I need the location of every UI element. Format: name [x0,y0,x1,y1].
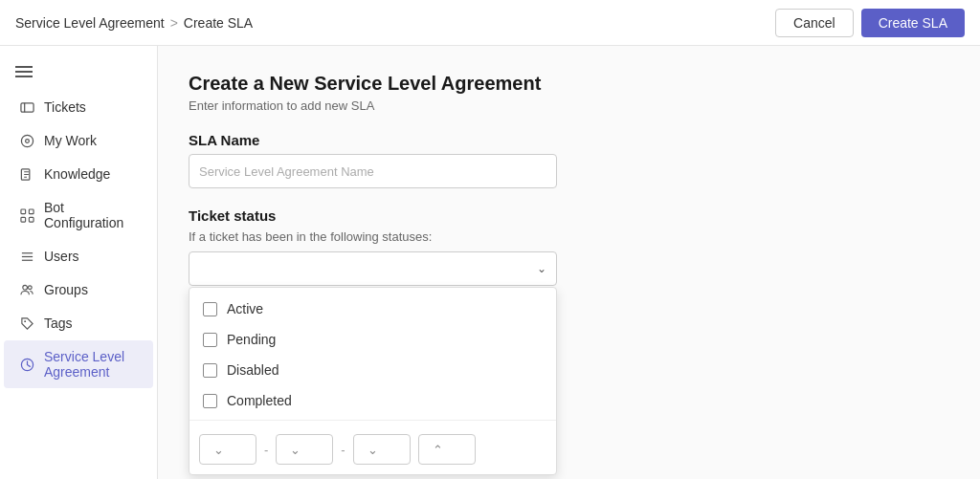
groups-icon [19,282,34,297]
main-layout: Tickets My Work Knowledge Bot Configurat… [0,46,980,479]
chevron-down-icon-2: ⌄ [290,443,301,457]
sidebar-item-tags[interactable]: Tags [4,307,153,339]
time-separator-2: - [341,443,345,457]
sidebar-item-users[interactable]: Users [4,240,153,272]
status-dropdown-container: ⌄ Active Pending Disabled [189,251,557,286]
breadcrumb: Service Level Agreement > Create SLA [15,15,253,31]
ticket-icon [19,99,34,115]
topbar-left: Service Level Agreement > Create SLA [15,15,253,31]
sla-name-label: SLA Name [189,132,949,148]
sidebar-item-my-work-label: My Work [44,133,97,148]
status-option-active[interactable]: Active [189,294,556,324]
chevron-down-icon-1: ⌄ [213,443,224,457]
chevron-down-icon-3: ⌄ [368,443,378,457]
sidebar-item-tickets[interactable]: Tickets [4,91,153,123]
sidebar: Tickets My Work Knowledge Bot Configurat… [0,46,158,479]
bot-configuration-icon [19,207,34,223]
time-dropdown-3[interactable]: ⌄ [353,434,411,465]
sla-icon [19,357,34,372]
svg-rect-7 [20,217,25,222]
sidebar-item-groups-label: Groups [44,282,88,297]
svg-rect-6 [29,208,33,213]
svg-rect-5 [20,208,25,213]
svg-point-12 [22,285,27,290]
topbar: Service Level Agreement > Create SLA Can… [0,0,980,46]
svg-rect-0 [20,102,33,111]
sidebar-item-groups[interactable]: Groups [4,273,153,306]
sidebar-item-knowledge-label: Knowledge [44,166,110,182]
status-option-pending-label: Pending [227,332,276,347]
topbar-actions: Cancel Create SLA [775,9,965,37]
breadcrumb-separator: > [170,15,178,31]
create-sla-button[interactable]: Create SLA [861,9,965,37]
tags-icon [19,316,34,331]
ticket-status-label: Ticket status [189,207,949,224]
sidebar-item-bot-configuration[interactable]: Bot Configuration [4,191,153,239]
sidebar-item-tickets-label: Tickets [44,99,86,115]
breadcrumb-current: Create SLA [184,15,253,31]
svg-point-14 [24,320,26,322]
status-option-completed-label: Completed [227,393,292,408]
time-dropdown-2[interactable]: ⌄ [276,434,333,465]
hamburger-menu[interactable] [0,54,157,90]
cancel-button[interactable]: Cancel [775,9,854,37]
sidebar-item-my-work[interactable]: My Work [4,124,153,157]
sla-name-section: SLA Name [189,132,949,188]
status-dropdown-menu: Active Pending Disabled Completed [189,287,557,475]
svg-point-2 [21,135,33,146]
sidebar-item-bot-configuration-label: Bot Configuration [44,200,138,230]
breadcrumb-parent[interactable]: Service Level Agreement [15,15,165,31]
status-option-disabled[interactable]: Disabled [189,355,556,385]
knowledge-icon [19,166,34,182]
svg-point-3 [25,139,29,142]
status-option-disabled-label: Disabled [227,362,278,378]
users-icon [19,249,34,264]
chevron-up-icon: ⌃ [433,443,443,457]
time-dropdown-1[interactable]: ⌄ [199,434,256,465]
active-checkbox[interactable] [203,302,217,316]
sla-name-input[interactable] [189,154,557,188]
my-work-icon [19,133,34,148]
time-separator-1: - [264,443,268,457]
ticket-status-section: Ticket status If a ticket has been in th… [189,207,949,286]
time-row: ⌄ - ⌄ - ⌄ [199,434,568,465]
ticket-status-hint: If a ticket has been in the following st… [189,229,949,244]
svg-point-13 [28,285,32,289]
pending-checkbox[interactable] [203,333,217,347]
status-option-active-label: Active [227,301,263,316]
sidebar-item-sla-label: Service Level Agreement [44,349,138,380]
sidebar-item-sla[interactable]: Service Level Agreement [4,340,153,388]
svg-rect-8 [29,217,33,222]
sidebar-item-users-label: Users [44,249,79,264]
time-dropdown-4[interactable]: ⌃ [418,434,476,465]
form-title: Create a New Service Level Agreement [189,73,949,95]
chevron-down-icon: ⌄ [537,262,546,275]
form-subtitle: Enter information to add new SLA [189,98,949,113]
status-option-completed[interactable]: Completed [189,385,556,416]
content-area: Create a New Service Level Agreement Ent… [158,46,980,479]
completed-checkbox[interactable] [203,394,217,408]
time-row-container: ⌄ - ⌄ - ⌄ [189,420,556,468]
status-dropdown-trigger[interactable]: ⌄ [189,251,557,286]
disabled-checkbox[interactable] [203,363,217,378]
sidebar-item-knowledge[interactable]: Knowledge [4,158,153,190]
status-option-pending[interactable]: Pending [189,324,556,355]
sidebar-item-tags-label: Tags [44,316,73,331]
